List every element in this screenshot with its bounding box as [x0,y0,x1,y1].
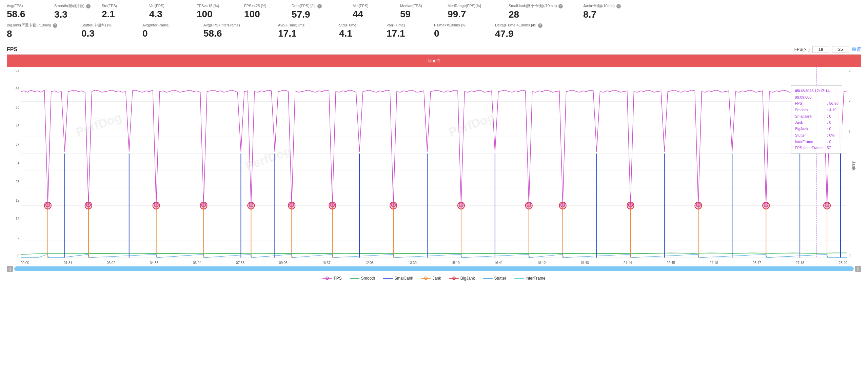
svg-point-56 [200,202,207,209]
reset-button[interactable]: 重置 [852,46,861,53]
legend-jank: Jank [421,276,441,281]
stat-stutter-label: Stutter(卡顿率) [%] [81,23,113,27]
stat-avg-fps-interframe-value: 58.6 [203,28,222,39]
fps-gte-label: FPS(>=) [794,47,810,52]
scrollbar-track[interactable] [14,266,854,271]
fps-gte-input-1[interactable] [812,46,829,53]
stat-medrange-fps: MedRange(FPS)[%] 99.7 [448,3,509,20]
stat-avg-ftime-label: Avg(FTime) [ms] [278,23,305,27]
stat-avg-fps-label: Avg(FPS) [7,3,23,8]
legend-stutter: Stutter [483,276,506,281]
stat-min-fps: Min(FPS) 44 [353,3,400,20]
svg-point-53 [44,202,51,209]
scrollbar-right-icon: ||| [857,267,860,271]
stat-smooth: Smooth(稳帧指数) ? 3.3 [54,3,102,20]
legend-interframe: InterFrame [514,276,546,281]
legend-jank-icon [421,276,431,280]
jank-help-icon[interactable]: ? [616,4,621,8]
scrollbar-left-handle[interactable]: ||| [7,266,13,272]
stat-ftime-100-label: FTime>=100ms [%] [434,23,467,27]
stat-stutter: Stutter(卡顿率) [%] 0.3 [81,23,142,39]
stat-median-fps-label: Median(FPS) [400,3,422,8]
stat-fps-25-value: 100 [244,9,260,20]
smooth-help-icon[interactable]: ? [86,4,91,8]
stat-var-fps-value: 4.3 [149,9,162,20]
stat-std-ftime: Std(FTime) 4.1 [339,23,387,39]
drop-fps-help-icon[interactable]: ? [317,4,322,8]
svg-point-58 [288,202,295,209]
stat-jank: Jank(卡顿)(/10min) ? 8.7 [583,3,644,20]
jank-spikes [48,205,827,258]
stat-avg-ftime-value: 17.1 [278,28,297,39]
stat-smooth-value: 3.3 [54,9,67,20]
stat-avg-ftime: Avg(FTime) [ms] 17.1 [278,23,339,39]
stat-median-fps-value: 59 [400,9,411,20]
stat-std-ftime-label: Std(FTime) [339,23,358,27]
stat-fps-25: FPS>=25 [%] 100 [244,3,292,20]
svg-point-76 [453,277,455,280]
stat-fps-18-value: 100 [197,9,213,20]
tooltip-stutter-row: Stutter : 0% [795,132,839,139]
tooltip-smooth-row: Smooth : 4.19 [795,107,839,113]
stat-bigjank-value: 8 [7,28,12,39]
delta-ftime-help-icon[interactable]: ? [538,23,542,28]
chart-container: PerfDog PerfDog PerfDog 62 56 50 43 37 3… [7,67,861,265]
stat-medrange-fps-value: 99.7 [448,9,466,20]
svg-point-54 [85,202,92,209]
stat-fps-18: FPS>=18 [%] 100 [197,3,244,20]
legend-smalljank: SmallJank [383,276,413,281]
stat-var-fps-label: Var(FPS) [149,3,164,8]
stats-section: Avg(FPS) 58.6 Smooth(稳帧指数) ? 3.3 Std(FPS… [0,0,868,44]
tooltip-jank-row: Jank : 0 [795,119,839,126]
stat-avg-fps-interframe-label: Avg(FPS+InterFrame) [203,23,240,27]
tooltip-time2: 98:09:000 [795,94,839,101]
legend-stutter-label: Stutter [494,276,506,281]
fps-gte-input-2[interactable] [832,46,849,53]
label-bar: label1 [7,55,861,67]
stat-fps-25-label: FPS>=25 [%] [244,3,266,8]
stat-var-ftime-label: Var(FTime) [387,23,405,27]
stat-var-fps: Var(FPS) 4.3 [149,3,197,20]
svg-point-61 [458,202,465,209]
svg-point-62 [526,202,532,209]
stat-delta-ftime: Delta(FTime)>100ms [/h] ? 47.9 [495,23,570,39]
legend-fps-label: FPS [334,276,341,281]
legend-interframe-label: InterFrame [526,276,546,281]
stat-std-fps-label: Std(FPS) [102,3,117,8]
legend-smooth-label: Smooth [361,276,375,281]
scrollbar-right-handle[interactable]: ||| [855,266,861,272]
scrollbar-left-icon: ||| [8,267,11,271]
stat-jank-label: Jank(卡顿)(/10min) ? [583,3,621,8]
stat-bigjank-label: BigJank(严重卡顿)(/10min) ? [7,23,57,28]
y-axis-left: 62 56 50 43 37 31 25 19 12 6 0 [7,67,21,265]
stats-row-1: Avg(FPS) 58.6 Smooth(稳帧指数) ? 3.3 Std(FPS… [7,3,861,20]
stat-std-ftime-value: 4.1 [339,28,352,39]
svg-point-59 [329,202,336,209]
stat-avg-interframe-label: Avg(InterFrame) [142,23,170,27]
smalljank-help-icon[interactable]: ? [558,4,563,8]
stat-smalljank: SmallJank(微小卡顿)(/10min) ? 28 [509,3,583,20]
svg-point-64 [627,202,634,209]
legend-bigjank-label: BigJank [460,276,475,281]
tooltip-date: 05/12/2023 17:17:14 [795,88,839,94]
stat-avg-interframe: Avg(InterFrame) 0 [142,23,203,39]
chart-svg [21,67,847,258]
svg-point-63 [559,202,566,209]
tooltip-smalljank-row: SmallJank : 0 [795,113,839,120]
svg-point-60 [390,202,397,209]
chart-area: label1 PerfDog PerfDog PerfDog 62 56 50 … [7,54,861,264]
legend-smalljank-label: SmallJank [394,276,413,281]
tooltip-bigjank-row: BigJank : 0 [795,126,839,132]
stat-smalljank-label: SmallJank(微小卡顿)(/10min) ? [509,3,563,8]
svg-point-55 [153,202,160,209]
scrollbar-area: ||| ||| [0,264,868,273]
legend-fps: FPS [322,276,341,281]
stats-row-2: BigJank(严重卡顿)(/10min) ? 8 Stutter(卡顿率) [… [7,23,861,39]
stat-drop-fps-label: Drop(FPS) [/h] ? [292,3,322,8]
stat-bigjank: BigJank(严重卡顿)(/10min) ? 8 [7,23,81,39]
fps-controls: FPS(>=) 重置 [794,46,861,53]
bigjank-help-icon[interactable]: ? [53,23,57,28]
svg-point-57 [248,202,254,209]
stat-avg-fps: Avg(FPS) 58.6 [7,3,54,20]
stat-smooth-label: Smooth(稳帧指数) ? [54,3,91,8]
